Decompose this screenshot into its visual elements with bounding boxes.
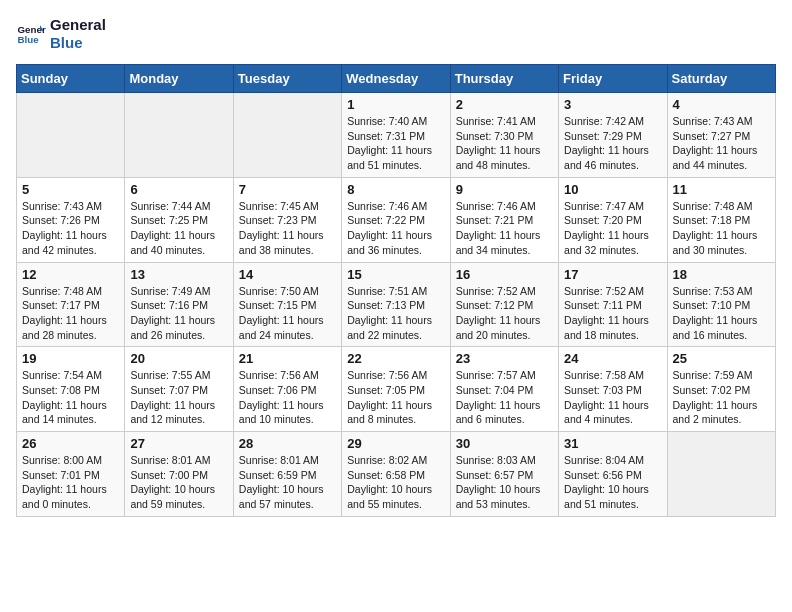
day-number: 10 (564, 182, 661, 197)
weekday-sunday: Sunday (17, 65, 125, 93)
calendar-cell: 2Sunrise: 7:41 AM Sunset: 7:30 PM Daylig… (450, 93, 558, 178)
day-info: Sunrise: 7:45 AM Sunset: 7:23 PM Dayligh… (239, 199, 336, 258)
day-number: 4 (673, 97, 770, 112)
weekday-thursday: Thursday (450, 65, 558, 93)
logo-icon: General Blue (16, 19, 46, 49)
weekday-friday: Friday (559, 65, 667, 93)
calendar-cell: 6Sunrise: 7:44 AM Sunset: 7:25 PM Daylig… (125, 177, 233, 262)
day-number: 21 (239, 351, 336, 366)
day-info: Sunrise: 8:01 AM Sunset: 7:00 PM Dayligh… (130, 453, 227, 512)
day-info: Sunrise: 7:51 AM Sunset: 7:13 PM Dayligh… (347, 284, 444, 343)
calendar-cell: 16Sunrise: 7:52 AM Sunset: 7:12 PM Dayli… (450, 262, 558, 347)
day-number: 5 (22, 182, 119, 197)
day-number: 11 (673, 182, 770, 197)
day-info: Sunrise: 7:58 AM Sunset: 7:03 PM Dayligh… (564, 368, 661, 427)
weekday-monday: Monday (125, 65, 233, 93)
day-info: Sunrise: 7:47 AM Sunset: 7:20 PM Dayligh… (564, 199, 661, 258)
day-number: 2 (456, 97, 553, 112)
calendar-cell: 1Sunrise: 7:40 AM Sunset: 7:31 PM Daylig… (342, 93, 450, 178)
week-row-4: 19Sunrise: 7:54 AM Sunset: 7:08 PM Dayli… (17, 347, 776, 432)
calendar-cell: 15Sunrise: 7:51 AM Sunset: 7:13 PM Dayli… (342, 262, 450, 347)
calendar-cell (17, 93, 125, 178)
day-number: 19 (22, 351, 119, 366)
calendar-cell: 11Sunrise: 7:48 AM Sunset: 7:18 PM Dayli… (667, 177, 775, 262)
day-info: Sunrise: 7:54 AM Sunset: 7:08 PM Dayligh… (22, 368, 119, 427)
day-number: 20 (130, 351, 227, 366)
calendar-cell: 12Sunrise: 7:48 AM Sunset: 7:17 PM Dayli… (17, 262, 125, 347)
calendar-cell: 22Sunrise: 7:56 AM Sunset: 7:05 PM Dayli… (342, 347, 450, 432)
calendar-cell: 3Sunrise: 7:42 AM Sunset: 7:29 PM Daylig… (559, 93, 667, 178)
calendar-cell: 20Sunrise: 7:55 AM Sunset: 7:07 PM Dayli… (125, 347, 233, 432)
day-number: 6 (130, 182, 227, 197)
day-number: 8 (347, 182, 444, 197)
calendar-cell: 14Sunrise: 7:50 AM Sunset: 7:15 PM Dayli… (233, 262, 341, 347)
logo: General Blue General Blue (16, 16, 106, 52)
weekday-tuesday: Tuesday (233, 65, 341, 93)
page-header: General Blue General Blue (16, 16, 776, 52)
day-number: 31 (564, 436, 661, 451)
day-number: 30 (456, 436, 553, 451)
day-info: Sunrise: 7:46 AM Sunset: 7:22 PM Dayligh… (347, 199, 444, 258)
calendar-cell: 13Sunrise: 7:49 AM Sunset: 7:16 PM Dayli… (125, 262, 233, 347)
weekday-wednesday: Wednesday (342, 65, 450, 93)
week-row-3: 12Sunrise: 7:48 AM Sunset: 7:17 PM Dayli… (17, 262, 776, 347)
day-info: Sunrise: 7:48 AM Sunset: 7:18 PM Dayligh… (673, 199, 770, 258)
day-number: 22 (347, 351, 444, 366)
day-number: 1 (347, 97, 444, 112)
day-number: 17 (564, 267, 661, 282)
day-info: Sunrise: 7:44 AM Sunset: 7:25 PM Dayligh… (130, 199, 227, 258)
day-info: Sunrise: 7:40 AM Sunset: 7:31 PM Dayligh… (347, 114, 444, 173)
day-number: 14 (239, 267, 336, 282)
day-number: 27 (130, 436, 227, 451)
day-info: Sunrise: 7:50 AM Sunset: 7:15 PM Dayligh… (239, 284, 336, 343)
day-info: Sunrise: 7:41 AM Sunset: 7:30 PM Dayligh… (456, 114, 553, 173)
calendar-cell: 7Sunrise: 7:45 AM Sunset: 7:23 PM Daylig… (233, 177, 341, 262)
day-info: Sunrise: 7:46 AM Sunset: 7:21 PM Dayligh… (456, 199, 553, 258)
calendar-cell (667, 432, 775, 517)
calendar-cell: 31Sunrise: 8:04 AM Sunset: 6:56 PM Dayli… (559, 432, 667, 517)
calendar-cell: 24Sunrise: 7:58 AM Sunset: 7:03 PM Dayli… (559, 347, 667, 432)
weekday-header-row: SundayMondayTuesdayWednesdayThursdayFrid… (17, 65, 776, 93)
calendar-cell: 18Sunrise: 7:53 AM Sunset: 7:10 PM Dayli… (667, 262, 775, 347)
day-info: Sunrise: 8:01 AM Sunset: 6:59 PM Dayligh… (239, 453, 336, 512)
calendar-cell: 9Sunrise: 7:46 AM Sunset: 7:21 PM Daylig… (450, 177, 558, 262)
calendar-cell: 19Sunrise: 7:54 AM Sunset: 7:08 PM Dayli… (17, 347, 125, 432)
day-number: 13 (130, 267, 227, 282)
day-info: Sunrise: 8:02 AM Sunset: 6:58 PM Dayligh… (347, 453, 444, 512)
day-number: 29 (347, 436, 444, 451)
day-number: 7 (239, 182, 336, 197)
calendar-table: SundayMondayTuesdayWednesdayThursdayFrid… (16, 64, 776, 517)
calendar-cell (125, 93, 233, 178)
calendar-cell: 5Sunrise: 7:43 AM Sunset: 7:26 PM Daylig… (17, 177, 125, 262)
day-info: Sunrise: 7:43 AM Sunset: 7:27 PM Dayligh… (673, 114, 770, 173)
logo-blue: Blue (50, 34, 106, 52)
week-row-2: 5Sunrise: 7:43 AM Sunset: 7:26 PM Daylig… (17, 177, 776, 262)
day-info: Sunrise: 7:56 AM Sunset: 7:05 PM Dayligh… (347, 368, 444, 427)
day-info: Sunrise: 8:00 AM Sunset: 7:01 PM Dayligh… (22, 453, 119, 512)
day-number: 3 (564, 97, 661, 112)
day-number: 26 (22, 436, 119, 451)
calendar-cell: 25Sunrise: 7:59 AM Sunset: 7:02 PM Dayli… (667, 347, 775, 432)
calendar-cell: 17Sunrise: 7:52 AM Sunset: 7:11 PM Dayli… (559, 262, 667, 347)
day-info: Sunrise: 7:52 AM Sunset: 7:12 PM Dayligh… (456, 284, 553, 343)
calendar-cell (233, 93, 341, 178)
calendar-cell: 10Sunrise: 7:47 AM Sunset: 7:20 PM Dayli… (559, 177, 667, 262)
day-number: 12 (22, 267, 119, 282)
weekday-saturday: Saturday (667, 65, 775, 93)
calendar-cell: 4Sunrise: 7:43 AM Sunset: 7:27 PM Daylig… (667, 93, 775, 178)
day-number: 15 (347, 267, 444, 282)
calendar-cell: 21Sunrise: 7:56 AM Sunset: 7:06 PM Dayli… (233, 347, 341, 432)
day-number: 25 (673, 351, 770, 366)
calendar-cell: 23Sunrise: 7:57 AM Sunset: 7:04 PM Dayli… (450, 347, 558, 432)
svg-text:Blue: Blue (18, 34, 40, 45)
calendar-cell: 30Sunrise: 8:03 AM Sunset: 6:57 PM Dayli… (450, 432, 558, 517)
day-number: 18 (673, 267, 770, 282)
day-number: 23 (456, 351, 553, 366)
week-row-1: 1Sunrise: 7:40 AM Sunset: 7:31 PM Daylig… (17, 93, 776, 178)
day-info: Sunrise: 7:49 AM Sunset: 7:16 PM Dayligh… (130, 284, 227, 343)
day-info: Sunrise: 7:43 AM Sunset: 7:26 PM Dayligh… (22, 199, 119, 258)
day-info: Sunrise: 7:55 AM Sunset: 7:07 PM Dayligh… (130, 368, 227, 427)
day-info: Sunrise: 8:03 AM Sunset: 6:57 PM Dayligh… (456, 453, 553, 512)
calendar-cell: 8Sunrise: 7:46 AM Sunset: 7:22 PM Daylig… (342, 177, 450, 262)
calendar-cell: 27Sunrise: 8:01 AM Sunset: 7:00 PM Dayli… (125, 432, 233, 517)
